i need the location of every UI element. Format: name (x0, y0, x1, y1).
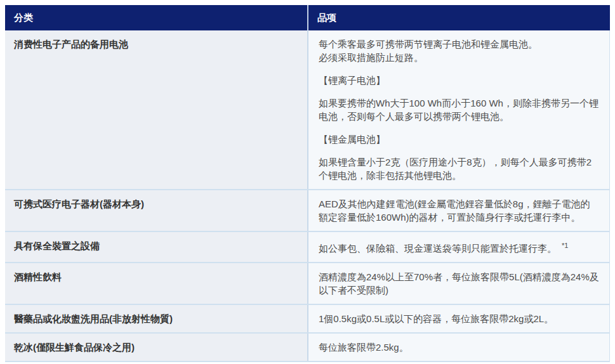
items-cell: 如公事包、保險箱、現金運送袋等則只能置於托運行李。*1 (307, 232, 610, 262)
page: 分类 品项 消费性电子产品的备用电池每个乘客最多可携带两节锂离子电池和锂金属电池… (0, 0, 615, 364)
column-header-category: 分类 (5, 5, 307, 30)
item-paragraph: 每个乘客最多可携带两节锂离子电池和锂金属电池。必须采取措施防止短路。 (319, 37, 599, 64)
table-row: 乾冰(僅限生鮮食品保冷之用)每位旅客限帶2.5kg。 (5, 334, 610, 362)
baggage-restrictions-table: 分类 品项 消费性电子产品的备用电池每个乘客最多可携带两节锂离子电池和锂金属电池… (5, 5, 610, 364)
table-row: 可携式医疗电子器材(器材本身)AED及其他內建鋰電池(鋰金屬電池鋰容量低於8g，… (5, 190, 610, 232)
category-cell: 消费性电子产品的备用电池 (5, 30, 307, 189)
item-paragraph: 1個0.5kg或0.5L或以下的容器，每位旅客限帶2kg或2L。 (319, 312, 599, 325)
table-body: 消费性电子产品的备用电池每个乘客最多可携带两节锂离子电池和锂金属电池。必须采取措… (5, 30, 610, 362)
items-cell: 每位旅客限帶2.5kg。 (307, 334, 610, 361)
item-paragraph: 【锂离子电池】 (319, 74, 599, 87)
item-paragraph: 如果锂含量小于2克（医疗用途小于8克），则每个人最多可携带2个锂电池，除非包括其… (319, 155, 599, 182)
column-header-items: 品项 (307, 5, 610, 30)
table-header-row: 分类 品项 (5, 5, 610, 30)
table-row: 醫藥品或化妝盥洗用品(非放射性物質)1個0.5kg或0.5L或以下的容器，每位旅… (5, 305, 610, 334)
category-cell: 可携式医疗电子器材(器材本身) (5, 190, 307, 231)
table-row: 酒精性飲料酒精濃度為24%以上至70%者，每位旅客限帶5L(酒精濃度為24%及以… (5, 263, 610, 305)
category-cell: 酒精性飲料 (5, 263, 307, 304)
category-cell: 醫藥品或化妝盥洗用品(非放射性物質) (5, 305, 307, 332)
category-cell: 乾冰(僅限生鮮食品保冷之用) (5, 334, 307, 361)
item-paragraph: 【锂金属电池】 (319, 133, 599, 146)
category-cell: 具有保全裝置之設備 (5, 232, 307, 262)
item-paragraph: 如果要携带的Wh大于100 Wh而小于160 Wh，则除非携带另一个锂电池，否则… (319, 96, 599, 123)
item-paragraph: 每位旅客限帶2.5kg。 (319, 341, 599, 354)
items-cell: AED及其他內建鋰電池(鋰金屬電池鋰容量低於8g，鋰離子電池的額定容量低於160… (307, 190, 610, 231)
items-cell: 1個0.5kg或0.5L或以下的容器，每位旅客限帶2kg或2L。 (307, 305, 610, 332)
item-paragraph: 酒精濃度為24%以上至70%者，每位旅客限帶5L(酒精濃度為24%及以下者不受限… (319, 270, 599, 297)
items-cell: 酒精濃度為24%以上至70%者，每位旅客限帶5L(酒精濃度為24%及以下者不受限… (307, 263, 610, 304)
table-row: 具有保全裝置之設備如公事包、保險箱、現金運送袋等則只能置於托運行李。*1 (5, 232, 610, 263)
table-row: 消费性电子产品的备用电池每个乘客最多可携带两节锂离子电池和锂金属电池。必须采取措… (5, 30, 610, 190)
items-cell: 每个乘客最多可携带两节锂离子电池和锂金属电池。必须采取措施防止短路。【锂离子电池… (307, 30, 610, 189)
item-paragraph: 如公事包、保險箱、現金運送袋等則只能置於托運行李。*1 (319, 239, 599, 255)
footnote-ref: *1 (562, 242, 568, 249)
item-paragraph: AED及其他內建鋰電池(鋰金屬電池鋰容量低於8g，鋰離子電池的額定容量低於160… (319, 197, 599, 224)
